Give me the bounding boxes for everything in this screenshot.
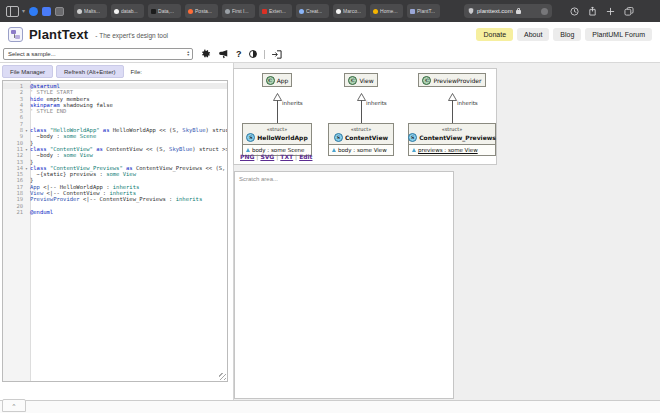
settings-gear-icon[interactable] xyxy=(200,49,211,60)
tab-label: Home... xyxy=(380,8,398,14)
about-button[interactable]: About xyxy=(517,28,549,41)
uml-struct-box: «struct»SContentViewbody : some View xyxy=(328,123,394,156)
export-link-txt[interactable]: TXT xyxy=(280,153,293,160)
collapse-editor-icon[interactable] xyxy=(272,49,283,60)
export-link-svg[interactable]: SVG xyxy=(260,153,274,160)
tab-favicon-icon xyxy=(151,9,156,14)
site-settings-icon[interactable] xyxy=(541,8,548,15)
stereotype-label: «struct» xyxy=(243,124,311,132)
code-text: PreviewProvider <|-- ContentView_Preview… xyxy=(30,196,202,202)
tab-label: PlantT... xyxy=(417,8,435,14)
address-bar[interactable]: planttext.com xyxy=(464,4,552,18)
tab-label: First I... xyxy=(232,8,249,14)
uml-class-name: App xyxy=(277,77,289,84)
browser-tab[interactable]: PlantT... xyxy=(407,4,440,18)
line-number: 21 xyxy=(3,209,23,215)
uml-class-name: View xyxy=(359,77,373,84)
tab-overview-icon[interactable] xyxy=(624,7,634,16)
extension-icon-gray[interactable] xyxy=(55,7,64,16)
refresh-button[interactable]: Refresh (Alt+Enter) xyxy=(56,65,124,78)
uml-class-box: CApp xyxy=(262,73,293,87)
browser-tab[interactable]: Creat... xyxy=(296,4,329,18)
app-header: PlantText - The expert's design tool Don… xyxy=(0,22,660,46)
arrow-head-icon xyxy=(357,87,366,105)
struct-circle-icon: S xyxy=(246,133,255,142)
code-text: ~body : some Scene xyxy=(30,133,96,139)
uml-struct-box: «struct»SHelloWorldAppbody : some Scene xyxy=(242,123,312,156)
app-title: PlantText xyxy=(29,27,88,42)
main-area: File Manager Refresh (Alt+Enter) File: 1… xyxy=(0,63,660,400)
member-text: previews : some View xyxy=(418,147,478,153)
extension-shield-icon[interactable] xyxy=(42,7,51,16)
blog-button[interactable]: Blog xyxy=(553,28,581,41)
chevron-down-icon[interactable]: ▾ xyxy=(22,8,25,14)
extension-icon-blue[interactable] xyxy=(29,7,38,16)
scratch-area[interactable] xyxy=(234,171,454,399)
struct-name-text: ContentView_Previews xyxy=(419,134,496,141)
tab-label: datab... xyxy=(121,8,138,14)
struct-circle-icon: S xyxy=(408,133,417,142)
new-tab-plus-icon[interactable] xyxy=(606,7,615,16)
uml-member-row: previews : some View xyxy=(409,144,495,155)
inheritance-arrow: inherits xyxy=(242,87,312,123)
uml-struct-name: SHelloWorldApp xyxy=(243,132,311,145)
relation-label: inherits xyxy=(282,100,303,106)
uml-class-hierarchy: CAppinherits«struct»SHelloWorldAppbody :… xyxy=(242,73,312,156)
tab-favicon-icon xyxy=(299,9,304,14)
diagram-output-panel: CAppinherits«struct»SHelloWorldAppbody :… xyxy=(233,68,497,165)
tab-label: Posta... xyxy=(195,8,212,14)
history-clock-icon[interactable] xyxy=(570,7,579,16)
announcement-megaphone-icon[interactable] xyxy=(218,49,229,60)
tab-favicon-icon xyxy=(225,9,230,14)
visibility-triangle-icon xyxy=(246,148,250,152)
site-shield-icon xyxy=(468,8,474,14)
browser-tab[interactable]: Data,... xyxy=(148,4,181,18)
code-editor[interactable]: 1@startuml2' STYLE START3hide empty memb… xyxy=(2,80,228,382)
fold-spacer xyxy=(23,209,30,215)
arrow-head-icon xyxy=(273,87,282,105)
donate-button[interactable]: Donate xyxy=(476,28,513,41)
url-text: planttext.com xyxy=(477,8,513,14)
tab-label: Data,... xyxy=(158,8,174,14)
tab-favicon-icon xyxy=(410,9,415,14)
share-icon[interactable] xyxy=(588,6,597,16)
export-link-png[interactable]: PNG xyxy=(240,153,254,160)
browser-tab[interactable]: Exten... xyxy=(259,4,292,18)
member-text: body : some View xyxy=(338,147,387,153)
browser-tab[interactable]: Marco... xyxy=(333,4,366,18)
export-links: PNG|SVG|TXT|Edit xyxy=(240,153,312,160)
stereotype-label: «struct» xyxy=(329,124,393,132)
browser-tab[interactable]: Posta... xyxy=(185,4,218,18)
file-manager-button[interactable]: File Manager xyxy=(2,65,53,78)
lock-icon xyxy=(516,10,521,14)
inheritance-arrow: inherits xyxy=(328,87,394,123)
code-text: @enduml xyxy=(30,209,53,215)
tab-favicon-icon xyxy=(262,9,267,14)
footer-collapse-tab[interactable]: ^ xyxy=(2,399,26,412)
code-line[interactable]: 21@enduml xyxy=(3,209,227,215)
inheritance-arrow: inherits xyxy=(408,87,496,123)
code-text: ' STYLE END xyxy=(30,108,66,114)
toolbar-divider xyxy=(264,50,265,59)
help-question-icon[interactable]: ? xyxy=(236,49,242,59)
stereotype-label: «struct» xyxy=(409,124,495,132)
browser-chrome: ▾ Malts...datab...Data,...Posta...First … xyxy=(0,0,660,22)
browser-tab[interactable]: Home... xyxy=(370,4,403,18)
code-line[interactable]: 19PreviewProvider <|-- ContentView_Previ… xyxy=(3,196,227,202)
browser-tab[interactable]: Malts... xyxy=(74,4,107,18)
uml-struct-box: «struct»SContentView_Previewspreviews : … xyxy=(408,123,496,156)
arrow-head-icon xyxy=(448,87,457,105)
uml-parent-class: CPreviewProvider xyxy=(408,73,496,87)
code-text: ~{static} previews : some View xyxy=(30,171,136,177)
browser-tabs: Malts...datab...Data,...Posta...First I.… xyxy=(74,4,440,18)
plantuml-forum-button[interactable]: PlantUML Forum xyxy=(585,28,652,41)
sidebar-toggle-icon[interactable] xyxy=(6,6,19,17)
uml-struct-name: SContentView xyxy=(329,132,393,145)
export-link-edit[interactable]: Edit xyxy=(299,153,312,160)
browser-tab[interactable]: datab... xyxy=(111,4,144,18)
sample-select[interactable]: Select a sample... ▲▼ xyxy=(3,48,193,60)
editor-resize-grip[interactable] xyxy=(219,373,226,380)
uml-class-hierarchy: CViewinherits«struct»SContentViewbody : … xyxy=(328,73,394,156)
browser-tab[interactable]: First I... xyxy=(222,4,255,18)
theme-contrast-icon[interactable] xyxy=(249,50,257,58)
